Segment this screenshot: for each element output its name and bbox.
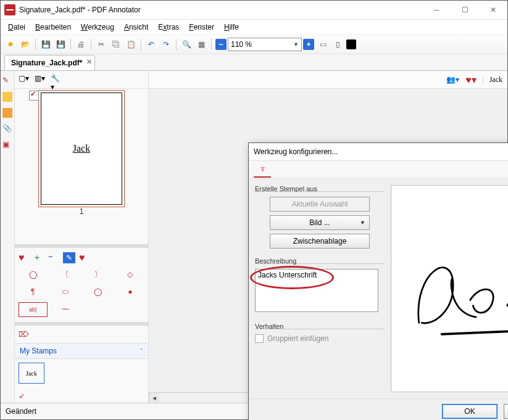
panel-wrench-icon[interactable]: 🔧▾ [51,74,62,85]
document-tab-bar: Signature_Jack.pdf* ✕ [1,54,507,71]
paste-icon[interactable]: 📋 [125,38,137,51]
tool-highlight-icon[interactable] [2,108,12,118]
zoom-value: 110 % [231,40,252,49]
fav-abi[interactable]: ab| [19,302,48,317]
heart-icon-3[interactable]: ♥▾ [465,74,477,86]
fit-width-icon[interactable]: ▯ [331,38,344,51]
fav-dot[interactable]: ● [116,285,145,299]
fullscreen-icon[interactable] [346,39,356,49]
app-body: ✎ 📎 ▣ ▢▾ ▥▾ 🔧▾ Jack 1 [1,71,507,403]
stamp-tool-icon[interactable]: ⌦ [19,330,29,339]
save-icon[interactable]: 💾 [40,38,52,51]
print-icon[interactable]: 🖨 [75,38,87,51]
tool-stamp-icon[interactable]: ▣ [2,140,12,150]
annotation-toolbar: 👥▾ ♥▾ Jack [149,71,507,89]
fav-diamond[interactable]: ◇ [116,268,145,281]
tab-close-icon[interactable]: ✕ [86,58,92,66]
group-create-stamp: Erstelle Stempel aus Aktuelle Auswahl Bi… [255,185,385,249]
maximize-button[interactable]: ☐ [451,1,479,19]
current-selection-button: Aktuelle Auswahl [270,197,370,212]
thumbnail-page-number: 1 [80,207,84,216]
main-toolbar: ✸ 📂 💾 💾 🖨 ✂ ⿻ 📋 ↶ ↷ 🔍 ▦ − 110 % ▼ + ▭ ▯ [1,35,507,54]
thumbnail-panel: Jack 1 [15,89,148,244]
document-tab[interactable]: Signature_Jack.pdf* ✕ [4,55,95,70]
menu-file[interactable]: Datei [4,22,29,33]
fit-page-icon[interactable]: ▭ [317,38,329,51]
panel-new-icon[interactable]: ▢▾ [19,74,30,85]
scroll-left-icon[interactable]: ◂ [149,393,159,403]
save-as-icon[interactable]: 💾 [54,38,67,51]
clipboard-button[interactable]: Zwischenablage [270,234,370,249]
menu-file-label: atei [14,23,25,31]
undo-icon[interactable]: ↶ [145,38,157,51]
cut-icon[interactable]: ✂ [95,38,107,51]
favorite-tools-panel: ♥ ＋ − ✎ ♥ ◯ 〔 〕 ◇ ¶ ⬭ ◯ ● ab| ⁓ [15,248,148,322]
redo-icon[interactable]: ↷ [160,38,172,51]
fav-bracket-left[interactable]: 〔 [51,268,80,281]
fav-oval-2[interactable]: ⬭ [51,285,80,299]
description-textarea[interactable] [255,269,378,312]
menu-window[interactable]: Fenster [185,22,218,33]
menu-bar: Datei Bearbeiten Werkzeug Ansicht Extras… [1,20,507,35]
fav-strike[interactable]: ⁓ [51,302,80,316]
current-stamp-preview: Jack [483,75,502,84]
view-icon[interactable]: ▦ [195,38,207,51]
title-bar: Signature_Jack.pdf* - PDF Annotator ─ ☐ … [1,1,507,20]
dialog-tab-stamp[interactable]: ⍒ [254,162,271,178]
clipboard-button-label: Zwischenablage [293,237,347,245]
arrow-tool-icon[interactable]: ➶ [19,392,25,400]
chevron-down-icon: ▼ [293,41,299,47]
search-icon[interactable]: 🔍 [180,38,193,51]
chevron-down-icon: ▼ [360,220,365,226]
fav-paragraph[interactable]: ¶ [19,285,48,299]
stamp-icon: ⍒ [260,165,265,173]
group-description: Beschreibung [255,257,385,314]
stamps-header-label: My Stamps [20,347,57,355]
favorite-tools-grid: ◯ 〔 〕 ◇ ¶ ⬭ ◯ ● ab| ⁓ [19,265,144,319]
people-icon[interactable]: 👥▾ [446,75,459,84]
window-title: Signature_Jack.pdf* - PDF Annotator [19,6,141,14]
image-button[interactable]: Bild ... ▼ [270,215,370,230]
configure-tool-dialog: Werkzeug konfigurieren... ✕ ⍒ Erstelle S… [248,142,508,420]
current-selection-label: Aktuelle Auswahl [292,200,348,208]
thumbnail-checkbox[interactable] [29,91,39,101]
heart-icon: ♥ [19,252,30,263]
ok-button-label: OK [464,407,475,416]
panel-toolbar: ▢▾ ▥▾ 🔧▾ [15,71,148,89]
stamp-tile[interactable]: Jack [19,363,44,384]
signature-preview-svg [402,227,509,350]
fav-stamp-oval[interactable]: ◯ [19,268,48,281]
app-window: Signature_Jack.pdf* - PDF Annotator ─ ☐ … [0,0,508,420]
copy-icon[interactable]: ⿻ [110,38,122,51]
zoom-out-button[interactable]: − [215,39,227,50]
menu-edit[interactable]: Bearbeiten [31,22,75,33]
page-thumbnail[interactable]: Jack [41,93,122,205]
side-panel: ▢▾ ▥▾ 🔧▾ Jack 1 ♥ ＋ − ✎ [15,71,149,403]
tool-attach-icon[interactable]: 📎 [2,124,12,134]
remove-tool-icon[interactable]: − [48,252,59,263]
close-button[interactable]: ✕ [479,1,507,19]
menu-extras[interactable]: Extras [154,22,183,33]
new-icon[interactable]: ✸ [4,38,17,51]
menu-tool[interactable]: Werkzeug [77,22,118,33]
grouped-insert-checkbox[interactable] [255,334,264,343]
add-tool-icon[interactable]: ＋ [33,252,44,263]
cancel-button[interactable]: Abbrechen [504,404,508,419]
stamps-header[interactable]: My Stamps ˄ [15,343,148,359]
panel-book-icon[interactable]: ▥▾ [35,74,46,85]
ok-button[interactable]: OK [442,404,498,419]
edit-tool-icon[interactable]: ✎ [63,252,75,263]
fav-bracket-right[interactable]: 〕 [83,268,112,281]
menu-help[interactable]: Hilfe [220,22,243,33]
open-icon[interactable]: 📂 [19,38,31,51]
zoom-select[interactable]: 110 % ▼ [228,38,302,51]
menu-view[interactable]: Ansicht [120,22,152,33]
group-behavior-label: Verhalten [255,323,385,330]
zoom-in-button[interactable]: + [303,39,314,50]
document-tab-label: Signature_Jack.pdf* [11,59,82,67]
dialog-tab-strip: ⍒ [249,161,508,179]
minimize-button[interactable]: ─ [422,1,451,19]
tool-text-icon[interactable] [2,92,12,102]
fav-circle[interactable]: ◯ [83,285,112,299]
tool-pen-icon[interactable]: ✎ [2,76,12,86]
